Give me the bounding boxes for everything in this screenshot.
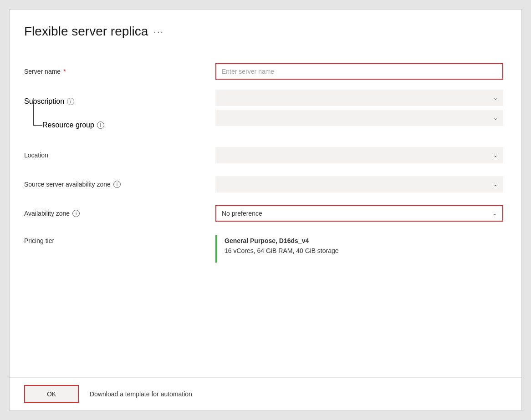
- resource-group-dropdown[interactable]: ⌄: [215, 110, 503, 126]
- location-dropdown[interactable]: ⌄: [215, 147, 503, 163]
- location-row: Location ⌄: [24, 141, 503, 170]
- source-availability-zone-row: Source server availability zone i ⌄: [24, 170, 503, 199]
- source-availability-zone-label: Source server availability zone i: [24, 181, 215, 188]
- dialog-content: Flexible server replica ··· Server name …: [10, 10, 521, 377]
- ok-button[interactable]: OK: [24, 385, 79, 403]
- pricing-tier-title: General Purpose, D16ds_v4: [225, 237, 339, 244]
- server-name-row: Server name *: [24, 57, 503, 86]
- dialog-more-button[interactable]: ···: [153, 26, 164, 37]
- required-indicator: *: [63, 68, 66, 75]
- subscription-resource-group-controls: ⌄ ⌄: [215, 90, 503, 137]
- location-label: Location: [24, 152, 215, 159]
- dialog-title: Flexible server replica: [24, 24, 148, 39]
- source-availability-zone-chevron-icon: ⌄: [493, 181, 498, 187]
- source-availability-zone-info-icon[interactable]: i: [113, 181, 121, 188]
- pricing-tier-row: Pricing tier General Purpose, D16ds_v4 1…: [24, 228, 503, 266]
- dialog-footer: OK Download a template for automation: [10, 377, 521, 410]
- availability-zone-row: Availability zone i No preference ⌄: [24, 199, 503, 228]
- pricing-tier-info: General Purpose, D16ds_v4 16 vCores, 64 …: [217, 235, 346, 263]
- location-control: ⌄: [215, 147, 503, 163]
- dialog-container: Flexible server replica ··· Server name …: [9, 9, 522, 411]
- resource-group-info-icon[interactable]: i: [97, 121, 104, 129]
- subscription-dropdown[interactable]: ⌄: [215, 90, 503, 106]
- resource-group-chevron-icon: ⌄: [493, 115, 498, 121]
- resource-group-label-cell: Resource group i: [24, 113, 215, 137]
- availability-zone-dropdown-text: No preference: [222, 210, 262, 217]
- location-chevron-icon: ⌄: [493, 152, 498, 158]
- form-area: Server name * Subscription i: [24, 57, 503, 266]
- availability-zone-label: Availability zone i: [24, 210, 215, 217]
- server-name-control: [215, 63, 503, 80]
- availability-zone-control: No preference ⌄: [215, 205, 503, 222]
- server-name-label: Server name *: [24, 68, 215, 75]
- subscription-resource-group-row: Subscription i Resource group i ⌄: [24, 86, 503, 141]
- pricing-tier-label: Pricing tier: [24, 235, 215, 244]
- subscription-resource-group-labels: Subscription i Resource group i: [24, 90, 215, 137]
- dialog-title-row: Flexible server replica ···: [24, 24, 503, 39]
- indent-horizontal-line: [33, 125, 42, 126]
- pricing-tier-details: 16 vCores, 64 GiB RAM, 40 GiB storage: [225, 247, 339, 254]
- source-availability-zone-dropdown[interactable]: ⌄: [215, 176, 503, 192]
- download-template-link[interactable]: Download a template for automation: [90, 390, 192, 398]
- subscription-chevron-icon: ⌄: [493, 95, 498, 101]
- source-availability-zone-control: ⌄: [215, 176, 503, 192]
- availability-zone-dropdown[interactable]: No preference ⌄: [215, 205, 503, 222]
- indent-vertical-line: [33, 101, 34, 125]
- pricing-tier-control: General Purpose, D16ds_v4 16 vCores, 64 …: [215, 235, 503, 263]
- subscription-label-cell: Subscription i: [24, 90, 215, 113]
- pricing-tier-content: General Purpose, D16ds_v4 16 vCores, 64 …: [215, 235, 503, 263]
- availability-zone-chevron-icon: ⌄: [492, 210, 497, 217]
- server-name-input[interactable]: [215, 63, 503, 80]
- availability-zone-info-icon[interactable]: i: [72, 210, 80, 217]
- subscription-info-icon[interactable]: i: [67, 98, 74, 105]
